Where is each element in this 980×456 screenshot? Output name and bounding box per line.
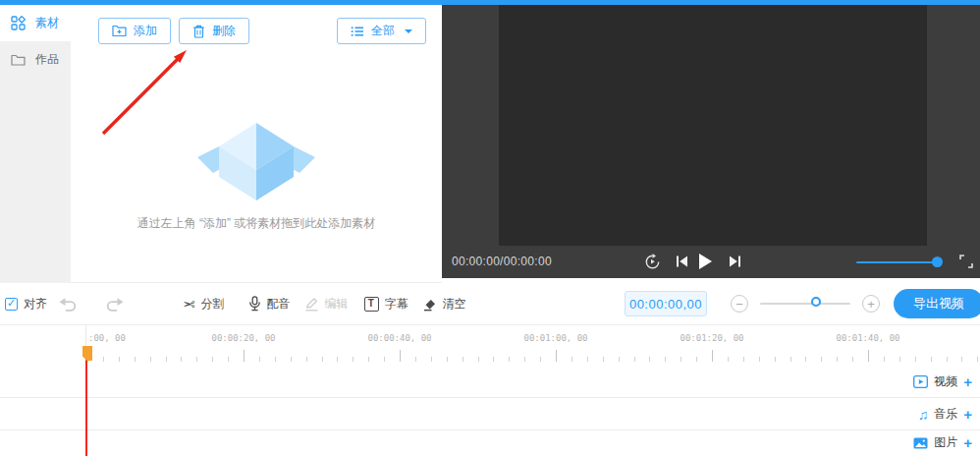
materials-panel: 添加 删除 全部 [71,5,442,283]
clear-label: 清空 [443,296,466,313]
ruler-tick [400,350,401,362]
ruler-tick [805,357,806,362]
editing-toolbar: 对齐 ✂ 分割 配音 [0,283,980,325]
edit-label: 编辑 [325,296,349,313]
ruler-tick [712,350,713,362]
player-controls: 00:00:00/00:00:00 [442,246,980,278]
sidebar-item-materials[interactable]: 素材 [0,5,71,41]
music-track-header: ♫ 音乐 + [918,406,972,423]
ruler-time-label: 00:00:40, 00 [367,333,431,343]
timeline-zoom-slider[interactable] [760,303,850,305]
sidebar-item-label: 素材 [35,15,59,31]
ruler-tick [587,357,588,362]
ruler-tick [493,357,494,362]
player-time-display: 00:00:00/00:00:00 [452,255,552,268]
split-label: 分割 [201,296,225,313]
pencil-icon [304,297,319,312]
ruler-tick [135,357,136,362]
ruler-tick [322,357,323,362]
delete-button[interactable]: 删除 [179,18,249,44]
timeline-zoom-knob[interactable] [811,297,821,307]
fullscreen-icon[interactable] [959,255,973,268]
ruler-tick [244,350,245,362]
ruler-tick [790,357,791,362]
video-track-header: 视频 + [913,373,972,390]
ruler-tick [463,357,463,362]
split-button[interactable]: ✂ 分割 [183,296,225,313]
delete-button-label: 删除 [212,23,236,39]
ruler-tick [196,357,197,362]
skip-to-start-button[interactable] [676,256,688,267]
ruler-tick [915,357,916,362]
music-note-icon: ♫ [918,408,929,422]
ruler-tick [447,357,448,362]
eraser-icon [422,297,437,312]
ruler-tick [181,357,182,362]
add-image-button[interactable]: + [963,435,972,450]
video-track-lane[interactable] [86,365,980,397]
timeline-zoom-out-button[interactable]: − [731,295,748,313]
ruler-tick [961,357,962,362]
track-label: 音乐 [934,406,957,423]
play-button[interactable] [699,254,712,269]
add-music-button[interactable]: + [963,407,972,422]
loop-play-button[interactable] [644,254,661,270]
microphone-icon [248,296,261,312]
volume-slider[interactable] [856,261,943,263]
redo-button[interactable] [104,297,124,312]
align-toggle[interactable]: 对齐 [5,296,47,313]
ruler-tick [681,357,681,362]
playhead-line [85,354,87,456]
ruler-tick [884,357,885,362]
timeline-ruler[interactable]: :00, 0000:00:20, 0000:00:40, 0000:01:00,… [86,325,980,365]
ruler-tick [540,357,541,362]
edit-button[interactable]: 编辑 [304,296,349,313]
filter-dropdown[interactable]: 全部 [337,18,426,44]
export-video-button[interactable]: 导出视频 [894,289,980,318]
track-label: 图片 [934,434,957,451]
timeline-zoom-in-button[interactable]: + [862,295,880,313]
ruler-tick [775,357,776,362]
ruler-tick [852,357,853,362]
ruler-tick [212,357,213,362]
sidebar: 素材 作品 [0,5,71,283]
ruler-tick [696,357,697,362]
ruler-tick [619,357,620,362]
image-track-header: 图片 + [913,434,972,451]
add-video-button[interactable]: + [963,374,972,389]
grid-icon [11,16,26,30]
image-track-lane[interactable] [86,429,980,456]
ruler-tick [431,357,432,362]
current-time-input[interactable]: 00:00:00,00 [625,291,707,316]
chevron-down-icon [405,29,412,37]
folder-icon [11,54,26,66]
subtitle-button[interactable]: 字幕 [364,296,408,313]
timeline: :00, 0000:00:20, 0000:00:40, 0000:01:00,… [0,325,980,456]
sidebar-item-works[interactable]: 作品 [0,41,71,78]
ruler-tick [353,357,354,362]
undo-button[interactable] [59,297,79,312]
add-button[interactable]: 添加 [98,18,171,44]
ruler-tick [524,357,525,362]
add-button-label: 添加 [134,23,157,39]
track-label: 视频 [934,373,957,390]
ruler-tick [306,357,307,362]
filter-selected-label: 全部 [371,23,395,39]
ruler-time-label: 00:00:20, 00 [211,333,275,343]
clear-button[interactable]: 清空 [422,296,466,313]
ruler-tick [868,350,869,362]
ruler-tick [947,357,948,362]
skip-to-end-button[interactable] [729,256,741,267]
ruler-tick [337,357,338,362]
playhead-handle[interactable] [82,346,92,361]
ruler-tick [743,357,744,362]
dubbing-button[interactable]: 配音 [248,296,291,313]
ruler-tick [572,357,572,362]
ruler-tick [665,357,666,362]
ruler-tick [509,357,510,362]
music-track-lane[interactable] [86,397,980,429]
ruler-tick [759,357,760,362]
align-checkbox[interactable] [5,298,18,311]
volume-slider-knob[interactable] [932,256,943,267]
subtitle-label: 字幕 [385,296,408,313]
